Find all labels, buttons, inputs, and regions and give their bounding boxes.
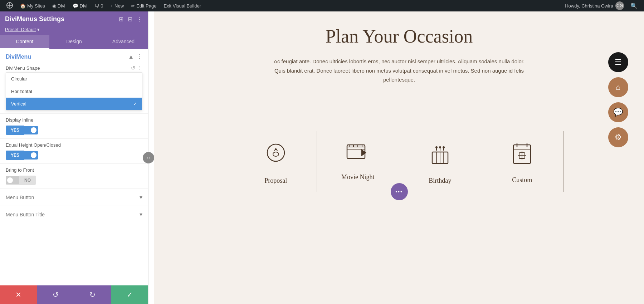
- card-birthday[interactable]: Birthday: [399, 131, 482, 192]
- new-btn[interactable]: + New: [107, 0, 127, 11]
- svg-point-9: [435, 146, 438, 148]
- shape-more-icon[interactable]: ⋮: [137, 65, 142, 71]
- preset-selector[interactable]: Preset: Default ▾: [0, 26, 148, 35]
- svg-point-10: [439, 146, 441, 148]
- avatar: CG: [615, 1, 624, 10]
- grid-icon[interactable]: ⊞: [118, 15, 124, 23]
- custom-label: Custom: [512, 176, 532, 184]
- option-horizontal[interactable]: Horizontal: [6, 85, 142, 98]
- collapse-icon[interactable]: ▲: [128, 54, 134, 60]
- search-icon: 🔍: [630, 3, 638, 9]
- wordpress-icon-btn[interactable]: [3, 0, 16, 11]
- resize-handle[interactable]: ↔: [143, 152, 154, 163]
- edit-page-btn[interactable]: ✏ Edit Page: [127, 0, 160, 11]
- card-row: Proposal Movie Night: [235, 131, 564, 192]
- nav-chat-button[interactable]: 💬: [608, 102, 628, 122]
- tab-advanced[interactable]: Advanced: [99, 35, 148, 49]
- divimenu-section-header: DiviMenu ▲ ⋮: [0, 49, 148, 63]
- bubble-icon: 🗨: [94, 3, 99, 9]
- option-vertical[interactable]: Vertical ✓: [6, 98, 142, 110]
- card-proposal[interactable]: Proposal: [235, 131, 317, 192]
- comments-icon: 💬: [73, 3, 78, 9]
- page-subtitle: Ac feugiat ante. Donec ultricies loborti…: [270, 57, 528, 84]
- tab-content[interactable]: Content: [0, 35, 49, 49]
- plus-icon: +: [110, 3, 113, 9]
- section-more-icon[interactable]: ⋮: [137, 53, 142, 60]
- menu-button-label: Menu Button: [6, 195, 34, 200]
- card-custom[interactable]: Custom: [481, 131, 564, 192]
- movienight-label: Movie Night: [341, 173, 375, 181]
- toggle-thumb: [31, 127, 36, 133]
- floating-nav: ☰ ⌂ 💬 ⚙: [608, 52, 628, 147]
- nav-menu-button[interactable]: ☰: [608, 52, 628, 72]
- menu-button-chevron: ▾: [140, 194, 142, 201]
- comments2-btn[interactable]: 🗨 0: [91, 0, 107, 11]
- page-title: Plan Your Occasion: [326, 26, 473, 47]
- bring-to-front-row: Bring to Front NO: [0, 163, 148, 188]
- bring-to-front-no[interactable]: NO: [19, 176, 36, 185]
- birthday-icon: [429, 142, 451, 171]
- equal-height-label: Equal Height Open/Closed: [6, 142, 142, 148]
- divi-btn[interactable]: ◉ Divi: [49, 0, 69, 11]
- panel-title: DiviMenus Settings: [5, 15, 64, 23]
- proposal-label: Proposal: [264, 177, 287, 185]
- display-inline-toggle[interactable]: YES: [6, 126, 142, 135]
- divi-icon: ◉: [52, 3, 56, 9]
- panel-header-icons: ⊞ ⊟ ⋮: [118, 15, 143, 23]
- pencil-icon: ✏: [131, 3, 135, 9]
- redo-button[interactable]: ↻: [74, 285, 111, 304]
- exit-builder-btn[interactable]: Exit Visual Builder: [160, 0, 205, 11]
- dots-icon: •••: [395, 189, 403, 195]
- comments-btn[interactable]: 💬 Divi: [69, 0, 91, 11]
- proposal-icon: [265, 142, 287, 171]
- bring-to-front-toggle[interactable]: NO: [6, 176, 142, 185]
- equal-height-yes[interactable]: YES: [6, 151, 24, 160]
- equal-height-row: Equal Height Open/Closed YES: [0, 138, 148, 163]
- bring-to-front-thumb: [7, 177, 13, 183]
- equal-height-toggle[interactable]: YES: [6, 151, 142, 160]
- menu-button-title-label: Menu Button Title: [6, 212, 45, 217]
- undo-button[interactable]: ↺: [37, 285, 74, 304]
- menu-button-section[interactable]: Menu Button ▾: [0, 188, 148, 206]
- birthday-label: Birthday: [429, 177, 451, 185]
- checkmark-icon: ✓: [133, 101, 137, 107]
- equal-height-track[interactable]: [24, 151, 38, 160]
- discard-button[interactable]: ✕: [0, 285, 37, 304]
- nav-settings-button[interactable]: ⚙: [608, 127, 628, 147]
- tab-design[interactable]: Design: [49, 35, 99, 49]
- svg-point-2: [273, 152, 279, 156]
- floating-dots-button[interactable]: •••: [391, 183, 408, 200]
- resize-icon: ↔: [146, 155, 151, 161]
- more-icon[interactable]: ⋮: [136, 15, 143, 23]
- shape-row: DiviMenu Shape ↺ ⋮: [0, 63, 148, 72]
- custom-icon: [511, 142, 533, 171]
- save-button[interactable]: ✓: [111, 285, 148, 304]
- equal-height-thumb: [31, 152, 36, 158]
- display-inline-track[interactable]: [24, 126, 38, 134]
- admin-bar: 🏠 My Sites ◉ Divi 💬 Divi 🗨 0 + New ✏ Edi…: [0, 0, 644, 11]
- display-inline-yes[interactable]: YES: [6, 126, 24, 135]
- bring-to-front-track[interactable]: [6, 176, 19, 185]
- home-icon: 🏠: [20, 3, 26, 9]
- hamburger-icon: ☰: [615, 58, 622, 67]
- search-btn[interactable]: 🔍: [627, 3, 641, 9]
- wrench-icon: ⚙: [615, 133, 622, 142]
- shape-label: DiviMenu Shape: [6, 65, 128, 71]
- section-actions: ▲ ⋮: [128, 53, 142, 60]
- svg-marker-4: [361, 149, 366, 156]
- wordpress-icon: [6, 2, 13, 10]
- chat-icon: 💬: [613, 108, 623, 117]
- reset-shape-icon[interactable]: ↺: [131, 65, 135, 71]
- columns-icon[interactable]: ⊟: [127, 15, 133, 23]
- home-nav-icon: ⌂: [616, 83, 620, 92]
- bottom-action-bar: ✕ ↺ ↻ ✓: [0, 285, 148, 304]
- option-circular[interactable]: Circular: [6, 73, 142, 85]
- menu-button-title-section[interactable]: Menu Button Title ▾: [0, 206, 148, 223]
- bring-to-front-label: Bring to Front: [6, 167, 142, 173]
- display-inline-label: Display Inline: [6, 117, 142, 123]
- user-menu[interactable]: Howdy, Christina Gwira CG: [562, 1, 627, 10]
- movienight-icon: [346, 142, 370, 168]
- mysites-btn[interactable]: 🏠 My Sites: [16, 0, 49, 11]
- nav-home-button[interactable]: ⌂: [608, 77, 628, 97]
- card-movienight[interactable]: Movie Night: [317, 131, 399, 192]
